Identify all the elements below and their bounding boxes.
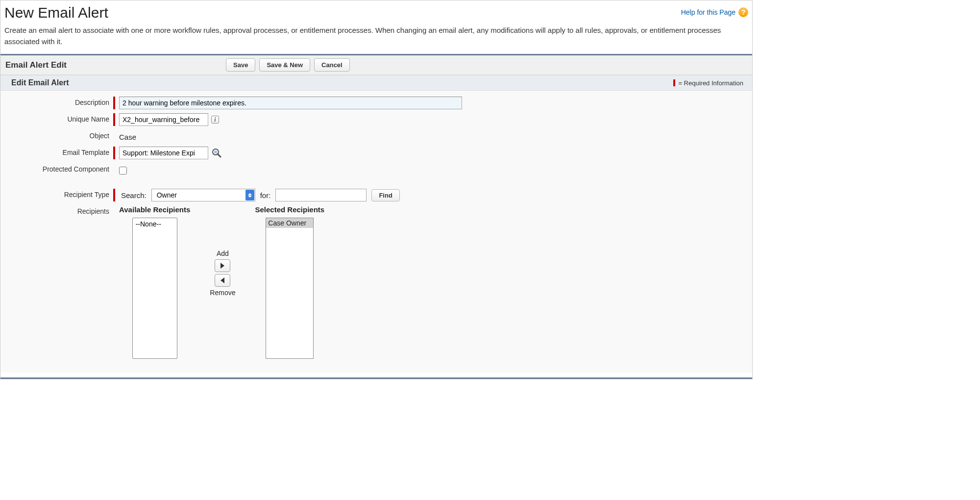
required-bar-icon (113, 97, 115, 109)
required-info-text: = Required Information (678, 79, 743, 87)
required-bar-icon (113, 189, 115, 201)
info-icon[interactable]: i (211, 116, 219, 124)
description-input[interactable] (119, 97, 462, 109)
svg-line-1 (218, 154, 220, 157)
required-info: = Required Information (673, 79, 743, 87)
object-label: Object (0, 130, 113, 140)
arrow-left-icon (220, 277, 224, 283)
unique-name-label: Unique Name (0, 113, 113, 123)
subheader-title: Edit Email Alert (11, 78, 69, 87)
svg-point-2 (214, 150, 217, 153)
selected-recipients-title: Selected Recipients (255, 205, 324, 214)
save-button[interactable]: Save (226, 58, 255, 72)
add-button[interactable] (215, 259, 230, 272)
protected-component-label: Protected Component (0, 163, 113, 173)
required-bar-icon (113, 147, 115, 159)
recipient-type-select[interactable]: Owner (151, 189, 255, 201)
divider (0, 377, 752, 379)
for-label: for: (260, 191, 271, 200)
find-button[interactable]: Find (371, 189, 399, 201)
remove-label: Remove (210, 289, 235, 297)
available-recipients-list[interactable]: --None-- (132, 218, 177, 359)
required-mark-icon (673, 79, 675, 86)
unique-name-input[interactable] (119, 113, 208, 126)
remove-button[interactable] (215, 274, 230, 287)
intro-text: Create an email alert to associate with … (4, 25, 748, 50)
required-bar-icon (113, 113, 115, 126)
recipient-type-label: Recipient Type (0, 189, 113, 199)
page-title: New Email Alert (4, 2, 108, 25)
help-for-page[interactable]: Help for this Page ? (681, 2, 748, 17)
available-recipients-title: Available Recipients (119, 205, 190, 214)
object-value: Case (119, 132, 136, 141)
help-link[interactable]: Help for this Page (681, 8, 735, 16)
lookup-icon[interactable] (211, 148, 222, 158)
search-label: Search: (121, 191, 147, 200)
save-and-new-button[interactable]: Save & New (259, 58, 310, 72)
list-item[interactable]: Case Owner (266, 218, 313, 228)
email-template-input[interactable] (119, 147, 208, 159)
add-label: Add (217, 250, 229, 257)
section-title: Email Alert Edit (5, 60, 226, 70)
arrow-right-icon (220, 263, 224, 269)
subheader: Edit Email Alert = Required Information (0, 75, 752, 91)
search-for-input[interactable] (275, 189, 367, 201)
section-bar: Email Alert Edit Save Save & New Cancel (0, 55, 752, 75)
description-label: Description (0, 97, 113, 106)
recipients-label: Recipients (0, 205, 113, 215)
email-template-label: Email Template (0, 147, 113, 156)
list-item[interactable]: --None-- (134, 219, 176, 229)
protected-component-checkbox[interactable] (119, 167, 127, 175)
selected-recipients-list[interactable]: Case Owner (266, 218, 314, 359)
cancel-button[interactable]: Cancel (314, 58, 350, 72)
help-icon[interactable]: ? (738, 7, 748, 17)
